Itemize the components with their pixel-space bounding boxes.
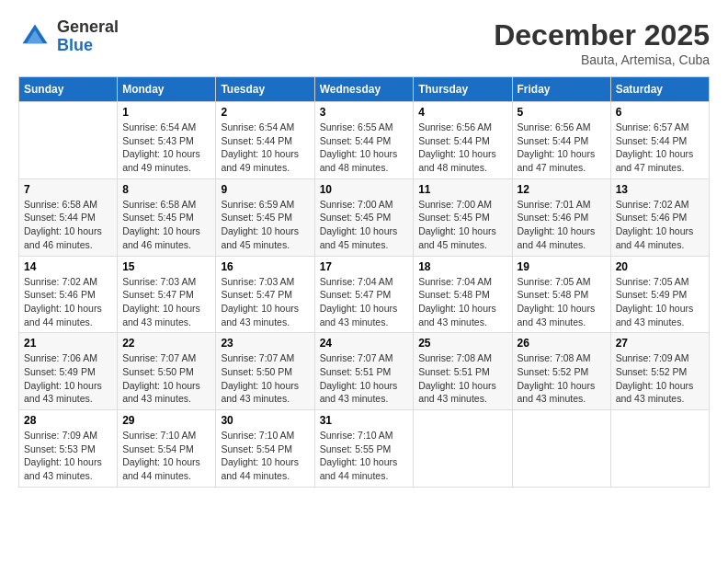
calendar-day-header: Monday xyxy=(118,77,216,102)
day-info: Sunrise: 7:04 AM Sunset: 5:48 PM Dayligh… xyxy=(418,275,506,329)
day-info: Sunrise: 7:05 AM Sunset: 5:49 PM Dayligh… xyxy=(616,275,704,329)
day-info: Sunrise: 6:54 AM Sunset: 5:43 PM Dayligh… xyxy=(122,121,210,175)
calendar-table: SundayMondayTuesdayWednesdayThursdayFrid… xyxy=(18,76,710,488)
calendar-day-header: Thursday xyxy=(414,77,512,102)
day-info: Sunrise: 7:00 AM Sunset: 5:45 PM Dayligh… xyxy=(320,198,409,252)
day-number: 14 xyxy=(24,260,112,273)
day-number: 24 xyxy=(320,337,409,350)
day-info: Sunrise: 6:58 AM Sunset: 5:44 PM Dayligh… xyxy=(24,198,112,252)
logo-general-text: General xyxy=(57,18,119,37)
calendar-day-cell: 23Sunrise: 7:07 AM Sunset: 5:50 PM Dayli… xyxy=(216,333,314,410)
calendar-day-header: Sunday xyxy=(19,77,118,102)
calendar-day-header: Saturday xyxy=(610,77,709,102)
day-number: 19 xyxy=(518,260,606,273)
calendar-day-cell: 29Sunrise: 7:10 AM Sunset: 5:54 PM Dayli… xyxy=(118,410,216,488)
day-number: 31 xyxy=(320,414,409,427)
calendar-day-cell: 9Sunrise: 6:59 AM Sunset: 5:45 PM Daylig… xyxy=(216,178,314,256)
calendar-week-row: 28Sunrise: 7:09 AM Sunset: 5:53 PM Dayli… xyxy=(19,410,710,488)
logo-icon xyxy=(18,20,51,53)
calendar-day-cell: 5Sunrise: 6:56 AM Sunset: 5:44 PM Daylig… xyxy=(512,102,610,179)
calendar-day-cell: 30Sunrise: 7:10 AM Sunset: 5:54 PM Dayli… xyxy=(216,410,314,488)
day-number: 25 xyxy=(418,337,506,350)
day-number: 23 xyxy=(221,337,309,350)
day-info: Sunrise: 6:57 AM Sunset: 5:44 PM Dayligh… xyxy=(616,121,704,175)
day-info: Sunrise: 7:08 AM Sunset: 5:52 PM Dayligh… xyxy=(518,351,606,406)
calendar-header-row: SundayMondayTuesdayWednesdayThursdayFrid… xyxy=(19,77,710,102)
calendar-day-cell: 21Sunrise: 7:06 AM Sunset: 5:49 PM Dayli… xyxy=(19,333,118,410)
day-info: Sunrise: 7:07 AM Sunset: 5:50 PM Dayligh… xyxy=(221,351,309,406)
calendar-day-cell: 11Sunrise: 7:00 AM Sunset: 5:45 PM Dayli… xyxy=(414,178,512,256)
day-info: Sunrise: 7:08 AM Sunset: 5:51 PM Dayligh… xyxy=(418,351,506,406)
day-info: Sunrise: 7:01 AM Sunset: 5:46 PM Dayligh… xyxy=(518,198,606,252)
calendar-day-cell: 14Sunrise: 7:02 AM Sunset: 5:46 PM Dayli… xyxy=(19,256,118,333)
calendar-day-cell xyxy=(610,410,709,488)
day-info: Sunrise: 7:10 AM Sunset: 5:54 PM Dayligh… xyxy=(122,429,210,483)
calendar-week-row: 1Sunrise: 6:54 AM Sunset: 5:43 PM Daylig… xyxy=(19,102,710,179)
calendar-day-cell: 3Sunrise: 6:55 AM Sunset: 5:44 PM Daylig… xyxy=(314,102,414,179)
day-number: 16 xyxy=(221,260,309,273)
day-info: Sunrise: 7:02 AM Sunset: 5:46 PM Dayligh… xyxy=(616,198,704,252)
day-number: 3 xyxy=(320,106,409,119)
calendar-day-cell xyxy=(19,102,118,179)
calendar-day-cell: 2Sunrise: 6:54 AM Sunset: 5:44 PM Daylig… xyxy=(216,102,314,179)
day-number: 13 xyxy=(616,183,704,196)
day-number: 11 xyxy=(418,183,506,196)
day-number: 9 xyxy=(221,183,309,196)
day-info: Sunrise: 6:59 AM Sunset: 5:45 PM Dayligh… xyxy=(221,198,309,252)
day-number: 6 xyxy=(616,106,704,119)
day-number: 12 xyxy=(518,183,606,196)
day-info: Sunrise: 7:10 AM Sunset: 5:55 PM Dayligh… xyxy=(320,429,409,483)
calendar-day-cell: 22Sunrise: 7:07 AM Sunset: 5:50 PM Dayli… xyxy=(118,333,216,410)
day-info: Sunrise: 6:56 AM Sunset: 5:44 PM Dayligh… xyxy=(518,121,606,175)
day-number: 2 xyxy=(221,106,309,119)
day-info: Sunrise: 7:09 AM Sunset: 5:52 PM Dayligh… xyxy=(616,351,704,406)
calendar-day-cell xyxy=(512,410,610,488)
day-info: Sunrise: 7:04 AM Sunset: 5:47 PM Dayligh… xyxy=(320,275,409,329)
day-number: 20 xyxy=(616,260,704,273)
logo-blue-text: Blue xyxy=(57,37,119,55)
day-number: 7 xyxy=(24,183,112,196)
calendar-day-cell: 28Sunrise: 7:09 AM Sunset: 5:53 PM Dayli… xyxy=(19,410,118,488)
day-info: Sunrise: 6:56 AM Sunset: 5:44 PM Dayligh… xyxy=(418,121,506,175)
calendar-day-cell: 20Sunrise: 7:05 AM Sunset: 5:49 PM Dayli… xyxy=(610,256,709,333)
page-header: General Blue December 2025 Bauta, Artemi… xyxy=(18,18,710,67)
day-number: 15 xyxy=(122,260,210,273)
calendar-day-cell xyxy=(414,410,512,488)
month-title: December 2025 xyxy=(494,18,710,52)
day-number: 26 xyxy=(518,337,606,350)
calendar-day-cell: 27Sunrise: 7:09 AM Sunset: 5:52 PM Dayli… xyxy=(610,333,709,410)
calendar-day-cell: 16Sunrise: 7:03 AM Sunset: 5:47 PM Dayli… xyxy=(216,256,314,333)
day-number: 28 xyxy=(24,414,112,427)
day-info: Sunrise: 6:55 AM Sunset: 5:44 PM Dayligh… xyxy=(320,121,409,175)
calendar-day-cell: 12Sunrise: 7:01 AM Sunset: 5:46 PM Dayli… xyxy=(512,178,610,256)
day-info: Sunrise: 7:07 AM Sunset: 5:50 PM Dayligh… xyxy=(122,351,210,406)
day-info: Sunrise: 7:09 AM Sunset: 5:53 PM Dayligh… xyxy=(24,429,112,483)
calendar-day-cell: 31Sunrise: 7:10 AM Sunset: 5:55 PM Dayli… xyxy=(314,410,414,488)
day-number: 4 xyxy=(418,106,506,119)
day-info: Sunrise: 7:10 AM Sunset: 5:54 PM Dayligh… xyxy=(221,429,309,483)
day-number: 29 xyxy=(122,414,210,427)
title-block: December 2025 Bauta, Artemisa, Cuba xyxy=(494,18,710,67)
calendar-week-row: 21Sunrise: 7:06 AM Sunset: 5:49 PM Dayli… xyxy=(19,333,710,410)
calendar-day-cell: 7Sunrise: 6:58 AM Sunset: 5:44 PM Daylig… xyxy=(19,178,118,256)
calendar-week-row: 14Sunrise: 7:02 AM Sunset: 5:46 PM Dayli… xyxy=(19,256,710,333)
day-number: 18 xyxy=(418,260,506,273)
day-number: 27 xyxy=(616,337,704,350)
calendar-day-header: Wednesday xyxy=(314,77,414,102)
calendar-day-cell: 25Sunrise: 7:08 AM Sunset: 5:51 PM Dayli… xyxy=(414,333,512,410)
calendar-day-cell: 13Sunrise: 7:02 AM Sunset: 5:46 PM Dayli… xyxy=(610,178,709,256)
day-info: Sunrise: 7:07 AM Sunset: 5:51 PM Dayligh… xyxy=(320,351,409,406)
day-number: 22 xyxy=(122,337,210,350)
day-info: Sunrise: 7:02 AM Sunset: 5:46 PM Dayligh… xyxy=(24,275,112,329)
day-info: Sunrise: 7:03 AM Sunset: 5:47 PM Dayligh… xyxy=(122,275,210,329)
logo: General Blue xyxy=(18,18,119,55)
calendar-day-cell: 18Sunrise: 7:04 AM Sunset: 5:48 PM Dayli… xyxy=(414,256,512,333)
day-info: Sunrise: 7:05 AM Sunset: 5:48 PM Dayligh… xyxy=(518,275,606,329)
location-text: Bauta, Artemisa, Cuba xyxy=(494,52,710,67)
day-number: 30 xyxy=(221,414,309,427)
day-number: 21 xyxy=(24,337,112,350)
calendar-day-cell: 10Sunrise: 7:00 AM Sunset: 5:45 PM Dayli… xyxy=(314,178,414,256)
day-info: Sunrise: 6:54 AM Sunset: 5:44 PM Dayligh… xyxy=(221,121,309,175)
calendar-day-cell: 19Sunrise: 7:05 AM Sunset: 5:48 PM Dayli… xyxy=(512,256,610,333)
calendar-day-header: Tuesday xyxy=(216,77,314,102)
